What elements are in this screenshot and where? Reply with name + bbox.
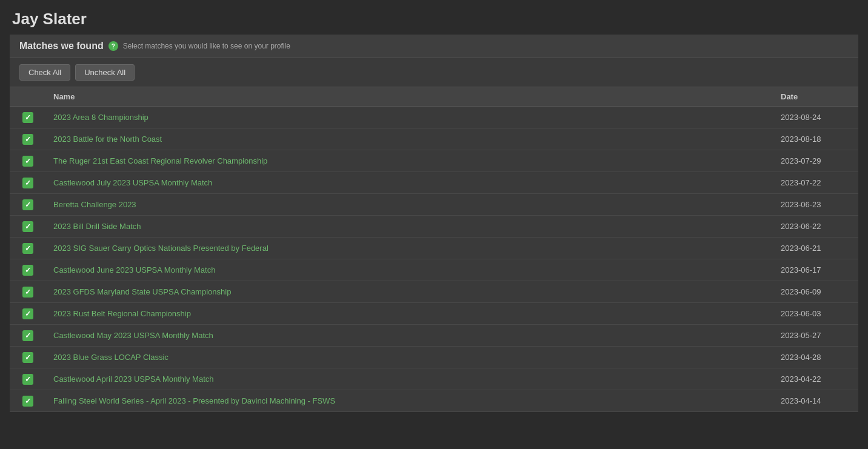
- match-checkbox[interactable]: [22, 221, 33, 232]
- cell-checkbox: [10, 352, 46, 363]
- cell-checkbox: [10, 112, 46, 123]
- table-body: 2023 Area 8 Championship2023-08-242023 B…: [10, 107, 858, 412]
- match-name: Castlewood June 2023 USPSA Monthly Match: [46, 265, 773, 274]
- match-name: 2023 Bill Drill Side Match: [46, 222, 773, 231]
- match-name: Castlewood April 2023 USPSA Monthly Matc…: [46, 374, 773, 384]
- table-header: Name Date: [10, 87, 858, 107]
- match-name: 2023 GFDS Maryland State USPSA Champions…: [46, 287, 773, 296]
- table-row: 2023 Bill Drill Side Match2023-06-22: [10, 216, 858, 238]
- match-checkbox[interactable]: [22, 308, 33, 319]
- table-row: The Ruger 21st East Coast Regional Revol…: [10, 150, 858, 172]
- header-date-col: Date: [773, 92, 858, 101]
- table-row: Castlewood April 2023 USPSA Monthly Matc…: [10, 368, 858, 390]
- match-checkbox[interactable]: [22, 243, 33, 254]
- table-row: Falling Steel World Series - April 2023 …: [10, 390, 858, 412]
- table-row: Castlewood July 2023 USPSA Monthly Match…: [10, 172, 858, 194]
- match-date: 2023-05-27: [773, 331, 858, 340]
- match-name: 2023 Blue Grass LOCAP Classic: [46, 353, 773, 362]
- match-name: 2023 SIG Sauer Carry Optics Nationals Pr…: [46, 244, 773, 253]
- cell-checkbox: [10, 374, 46, 385]
- table-row: 2023 Blue Grass LOCAP Classic2023-04-28: [10, 347, 858, 368]
- cell-checkbox: [10, 156, 46, 167]
- match-name: Castlewood July 2023 USPSA Monthly Match: [46, 178, 773, 187]
- match-checkbox[interactable]: [22, 352, 33, 363]
- match-name: 2023 Rust Belt Regional Championship: [46, 309, 773, 318]
- match-checkbox[interactable]: [22, 199, 33, 210]
- match-date: 2023-06-17: [773, 265, 858, 274]
- match-checkbox[interactable]: [22, 134, 33, 145]
- cell-checkbox: [10, 178, 46, 188]
- match-date: 2023-06-21: [773, 244, 858, 253]
- match-checkbox[interactable]: [22, 330, 33, 341]
- cell-checkbox: [10, 199, 46, 210]
- matches-subtitle: Select matches you would like to see on …: [123, 42, 290, 50]
- match-checkbox[interactable]: [22, 287, 33, 298]
- cell-checkbox: [10, 265, 46, 276]
- page-header: Jay Slater: [0, 0, 868, 35]
- match-date: 2023-07-22: [773, 178, 858, 187]
- cell-checkbox: [10, 308, 46, 319]
- table-row: 2023 SIG Sauer Carry Optics Nationals Pr…: [10, 238, 858, 259]
- match-date: 2023-06-23: [773, 200, 858, 209]
- cell-checkbox: [10, 221, 46, 232]
- cell-checkbox: [10, 287, 46, 298]
- match-date: 2023-07-29: [773, 156, 858, 165]
- match-date: 2023-06-22: [773, 222, 858, 231]
- matches-section: Matches we found ? Select matches you wo…: [10, 35, 858, 412]
- table-row: 2023 Rust Belt Regional Championship2023…: [10, 303, 858, 325]
- match-name: Beretta Challenge 2023: [46, 200, 773, 209]
- page-title: Jay Slater: [12, 10, 856, 28]
- uncheck-all-button[interactable]: Uncheck All: [75, 64, 135, 81]
- table-row: 2023 Area 8 Championship2023-08-24: [10, 107, 858, 128]
- match-checkbox[interactable]: [22, 396, 33, 407]
- match-name: Falling Steel World Series - April 2023 …: [46, 396, 773, 405]
- cell-checkbox: [10, 330, 46, 341]
- table-row: 2023 GFDS Maryland State USPSA Champions…: [10, 281, 858, 303]
- match-checkbox[interactable]: [22, 374, 33, 385]
- matches-heading: Matches we found: [19, 41, 104, 52]
- header-checkbox-col: [10, 92, 46, 101]
- table-row: Castlewood June 2023 USPSA Monthly Match…: [10, 259, 858, 281]
- match-date: 2023-08-24: [773, 113, 858, 122]
- match-checkbox[interactable]: [22, 156, 33, 167]
- match-checkbox[interactable]: [22, 178, 33, 188]
- match-name: Castlewood May 2023 USPSA Monthly Match: [46, 331, 773, 340]
- button-row: Check All Uncheck All: [10, 58, 858, 87]
- table-row: Castlewood May 2023 USPSA Monthly Match2…: [10, 325, 858, 347]
- match-name: 2023 Battle for the North Coast: [46, 135, 773, 144]
- match-name: 2023 Area 8 Championship: [46, 113, 773, 122]
- match-date: 2023-08-18: [773, 135, 858, 144]
- cell-checkbox: [10, 134, 46, 145]
- matches-header: Matches we found ? Select matches you wo…: [10, 35, 858, 58]
- cell-checkbox: [10, 396, 46, 407]
- info-icon[interactable]: ?: [109, 41, 118, 51]
- match-date: 2023-06-09: [773, 287, 858, 296]
- match-date: 2023-04-14: [773, 396, 858, 405]
- match-date: 2023-04-28: [773, 353, 858, 362]
- match-date: 2023-06-03: [773, 309, 858, 318]
- table-row: Beretta Challenge 20232023-06-23: [10, 194, 858, 216]
- match-name: The Ruger 21st East Coast Regional Revol…: [46, 156, 773, 165]
- match-checkbox[interactable]: [22, 265, 33, 276]
- table-row: 2023 Battle for the North Coast2023-08-1…: [10, 128, 858, 150]
- check-all-button[interactable]: Check All: [19, 64, 70, 81]
- header-name-col: Name: [46, 92, 773, 101]
- match-date: 2023-04-22: [773, 374, 858, 384]
- match-checkbox[interactable]: [22, 112, 33, 123]
- cell-checkbox: [10, 243, 46, 254]
